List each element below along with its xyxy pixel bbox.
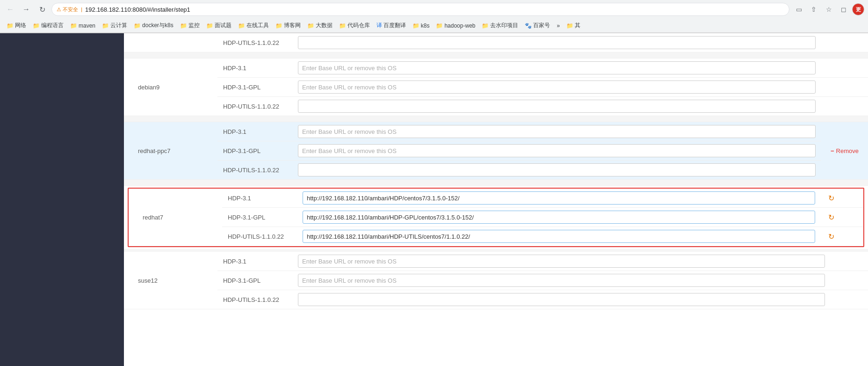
table-row: HDP-3.1-GPL ↻	[129, 208, 863, 227]
refresh-icon-redhat7-hdp31gpl[interactable]: ↻	[826, 213, 834, 222]
reload-button[interactable]: ↻	[36, 3, 49, 16]
bookmark-maven[interactable]: 📁 maven	[67, 22, 98, 30]
repo-name-cell: HDP-UTILS-1.1.0.22	[217, 33, 292, 52]
repo-name-cell: HDP-3.1-GPL	[217, 78, 292, 97]
folder-icon: 📁	[566, 22, 573, 29]
group-divider	[124, 180, 868, 186]
url-input-redhat-ppc7-hdp31[interactable]	[298, 125, 816, 138]
paw-icon: 🐾	[525, 22, 532, 29]
redhat7-table: redhat7 HDP-3.1 ↻	[129, 189, 863, 246]
bookmarks-bar: 📁 网络 📁 编程语言 📁 maven 📁 云计算 📁 docker与k8s 📁…	[0, 19, 868, 33]
group-divider	[124, 52, 868, 59]
refresh-icon-redhat7-hdputils[interactable]: ↻	[826, 232, 834, 241]
action-cell	[821, 33, 868, 52]
repo-name-cell: HDP-UTILS-1.1.0.22	[217, 290, 292, 309]
url-cell	[297, 189, 821, 208]
url-input[interactable]	[298, 36, 816, 49]
url-cell	[292, 33, 821, 52]
repo-name-cell: HDP-3.1-GPL	[217, 271, 292, 290]
folder-icon: 📁	[412, 22, 420, 29]
table-row: HDP-UTILS-1.1.0.22	[124, 33, 868, 52]
folder-icon: 📁	[7, 22, 14, 29]
screen-cast-button[interactable]: ▭	[792, 3, 805, 16]
os-name-debian9: debian9	[124, 59, 217, 116]
bookmark-云计算[interactable]: 📁 云计算	[99, 21, 130, 30]
url-cell	[292, 271, 831, 290]
bookmark-网络[interactable]: 📁 网络	[4, 21, 29, 30]
url-input-debian9-hdputils[interactable]	[298, 100, 816, 113]
repo-name-cell: HDP-UTILS-1.1.0.22	[217, 161, 292, 180]
repo-name-cell: HDP-3.1-GPL	[217, 141, 292, 161]
bookmark-大数据[interactable]: 📁 大数据	[304, 21, 335, 30]
url-text: 192.168.182.110:8080/#/installer/step1	[85, 6, 190, 13]
folder-icon: 📁	[436, 22, 443, 29]
action-cell	[821, 97, 868, 116]
bookmark-百家号[interactable]: 🐾 百家号	[522, 21, 553, 30]
repo-name-cell: HDP-3.1	[217, 59, 292, 78]
url-input-suse12-hdp31[interactable]	[298, 255, 825, 268]
folder-icon: 📁	[134, 22, 141, 29]
url-cell	[292, 78, 821, 97]
bookmark-在线工具[interactable]: 📁 在线工具	[235, 21, 272, 30]
bookmark-button[interactable]: ☆	[822, 3, 835, 16]
url-cell	[292, 59, 821, 78]
folder-icon: 📁	[180, 22, 187, 29]
url-cell	[292, 141, 821, 161]
table-row: HDP-UTILS-1.1.0.22 ↻	[129, 227, 863, 246]
repo-name-cell: HDP-3.1	[217, 252, 292, 271]
bookmark-监控[interactable]: 📁 监控	[177, 21, 203, 30]
bookmark-other[interactable]: 📁 其	[564, 21, 583, 30]
url-input-redhat-ppc7-hdp31gpl[interactable]	[298, 144, 816, 157]
sidebar	[0, 33, 124, 366]
bookmark-去水印[interactable]: 📁 去水印项目	[479, 21, 521, 30]
url-cell	[292, 97, 821, 116]
url-input-redhat7-hdp31gpl[interactable]	[303, 211, 815, 224]
table-row: HDP-3.1-GPL	[124, 141, 868, 161]
refresh-cell: ↻	[821, 208, 840, 227]
extension-button[interactable]: ◻	[837, 3, 850, 16]
group-divider	[124, 116, 868, 122]
os-cell	[124, 33, 217, 52]
folder-icon: 📁	[339, 22, 346, 29]
folder-icon: 📁	[70, 22, 77, 29]
share-button[interactable]: ⇧	[807, 3, 820, 16]
bookmark-more[interactable]: »	[554, 22, 563, 30]
repo-name-cell: HDP-3.1-GPL	[222, 208, 297, 227]
os-name-redhat7: redhat7	[129, 189, 222, 246]
remove-button-redhat-ppc7[interactable]: − Remove	[827, 147, 862, 154]
url-input-debian9-hdp31[interactable]	[298, 61, 816, 74]
profile-button[interactable]: 更	[852, 3, 864, 15]
table-row: HDP-UTILS-1.1.0.22	[124, 161, 868, 180]
url-input-redhat7-hdp31[interactable]	[303, 191, 815, 205]
url-input-redhat-ppc7-hdputils[interactable]	[298, 163, 816, 176]
bookmark-编程语言[interactable]: 📁 编程语言	[30, 21, 66, 30]
bookmark-代码仓库[interactable]: 📁 代码仓库	[336, 21, 373, 30]
redhat7-section: redhat7 HDP-3.1 ↻	[128, 188, 864, 247]
url-input-suse12-hdputils[interactable]	[298, 293, 825, 306]
main-layout: HDP-UTILS-1.1.0.22 debian9	[0, 33, 868, 366]
bookmark-百度翻译[interactable]: 译 百度翻译	[374, 21, 409, 30]
url-input-redhat7-hdputils[interactable]	[303, 230, 815, 243]
bookmark-k8s[interactable]: 📁 k8s	[410, 22, 433, 30]
bookmark-docker[interactable]: 📁 docker与k8s	[131, 21, 176, 30]
folder-icon: 📁	[482, 22, 489, 29]
address-bar[interactable]: ⚠ 不安全 | 192.168.182.110:8080/#/installer…	[51, 3, 789, 16]
folder-icon: 📁	[238, 22, 245, 29]
forward-button[interactable]: →	[20, 3, 33, 16]
url-input-debian9-hdp31gpl[interactable]	[298, 81, 816, 94]
url-cell	[292, 290, 831, 309]
action-cell	[831, 271, 868, 290]
table-row: HDP-UTILS-1.1.0.22	[124, 97, 868, 116]
table-row: HDP-3.1-GPL	[124, 271, 868, 290]
bookmark-hadoop-web[interactable]: 📁 hadoop-web	[433, 22, 478, 30]
url-input-suse12-hdp31gpl[interactable]	[298, 274, 825, 287]
browser-toolbar: ← → ↻ ⚠ 不安全 | 192.168.182.110:8080/#/ins…	[0, 0, 868, 19]
toolbar-icons: ▭ ⇧ ☆ ◻ 更	[792, 3, 864, 16]
back-button[interactable]: ←	[4, 3, 17, 16]
empty-cell	[840, 227, 863, 246]
refresh-cell: ↻	[821, 227, 840, 246]
browser-chrome: ← → ↻ ⚠ 不安全 | 192.168.182.110:8080/#/ins…	[0, 0, 868, 33]
bookmark-博客网[interactable]: 📁 博客网	[273, 21, 304, 30]
bookmark-面试题[interactable]: 📁 面试题	[203, 21, 234, 30]
refresh-icon-redhat7-hdp31[interactable]: ↻	[826, 194, 834, 203]
